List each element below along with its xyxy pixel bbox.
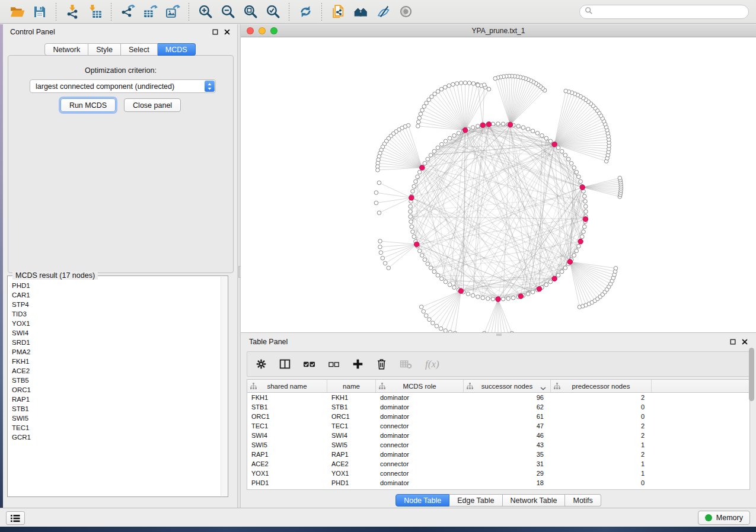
criterion-value: largest connected component (undirected): [36, 82, 174, 91]
cell: ORC1: [247, 413, 327, 420]
table-row[interactable]: ACE2ACE2connector311: [247, 459, 749, 469]
zoom-selected-icon[interactable]: [263, 2, 283, 21]
mcds-list-scrollbar[interactable]: [221, 277, 227, 496]
table-row[interactable]: YOX1YOX1connector291: [247, 469, 749, 478]
mcds-result-item[interactable]: YOX1: [12, 319, 221, 328]
import-network-icon[interactable]: [62, 2, 82, 21]
table-body[interactable]: FKH1FKH1dominator962STB1STB1dominator620…: [247, 393, 749, 488]
mcds-result-item[interactable]: ACE2: [12, 366, 221, 376]
select-all-icon[interactable]: [303, 358, 315, 370]
mcds-result-item[interactable]: SWI5: [12, 414, 221, 423]
column-header-predecessor-nodes[interactable]: predecessor nodes: [551, 380, 652, 392]
cell: YOX1: [327, 470, 376, 477]
hide-edges-icon[interactable]: [373, 2, 393, 21]
table-row[interactable]: SWI4SWI4dominator462: [247, 431, 749, 440]
zoom-fit-icon[interactable]: [240, 2, 260, 21]
zoom-out-icon[interactable]: [218, 2, 238, 21]
show-graphics-icon[interactable]: [395, 2, 416, 21]
network-view[interactable]: [241, 37, 756, 332]
table-scrollbar[interactable]: [749, 348, 754, 437]
mcds-result-item[interactable]: TEC1: [12, 423, 221, 432]
cell: connector: [376, 470, 464, 477]
column-header-MCDS-role[interactable]: MCDS role: [376, 380, 464, 392]
cell: connector: [376, 441, 464, 448]
node-table[interactable]: shared namenameMCDS rolesuccessor nodesp…: [247, 379, 750, 490]
share-document-icon[interactable]: [328, 2, 348, 21]
table-row[interactable]: FKH1FKH1dominator962: [247, 393, 749, 402]
mcds-result-item[interactable]: FKH1: [12, 357, 221, 366]
cell: connector: [376, 422, 464, 430]
search-input[interactable]: [596, 6, 748, 18]
cell: dominator: [376, 451, 464, 458]
tab-edge-table[interactable]: Edge Table: [449, 494, 502, 507]
mcds-result-item[interactable]: GCR1: [12, 432, 221, 442]
mcds-result-item[interactable]: RAP1: [12, 395, 221, 404]
task-history-button[interactable]: [6, 511, 25, 525]
cell: SWI4: [247, 432, 327, 439]
export-image-icon[interactable]: [162, 2, 183, 21]
export-network-icon[interactable]: [117, 2, 138, 21]
tab-style[interactable]: Style: [88, 43, 121, 56]
mcds-result-item[interactable]: PHD1: [12, 281, 221, 290]
tab-network-table[interactable]: Network Table: [503, 494, 566, 507]
close-table-panel-button[interactable]: [742, 339, 748, 345]
mcds-result-item[interactable]: STB1: [12, 404, 221, 414]
table-toolbar: f(x): [247, 351, 750, 377]
mcds-result-item[interactable]: PMA2: [12, 347, 221, 357]
table-row[interactable]: SWI5SWI5connector431: [247, 440, 749, 450]
mcds-result-item[interactable]: TID3: [12, 309, 221, 319]
tab-select[interactable]: Select: [121, 43, 158, 56]
zoom-in-icon[interactable]: [195, 2, 215, 21]
column-header-successor-nodes[interactable]: successor nodes: [464, 380, 551, 392]
cell: STB1: [247, 403, 327, 411]
table-scrollbar-thumb[interactable]: [749, 348, 754, 401]
mcds-result-item[interactable]: STB5: [12, 376, 221, 385]
cell: PHD1: [327, 479, 376, 486]
split-panel-icon[interactable]: [279, 358, 291, 370]
search-objects-icon[interactable]: [350, 2, 371, 21]
mcds-result-item[interactable]: CAR1: [12, 290, 221, 300]
table-row[interactable]: ORC1ORC1dominator610: [247, 412, 749, 421]
import-table-icon[interactable]: [85, 2, 105, 21]
table-row[interactable]: RAP1RAP1dominator352: [247, 450, 749, 459]
run-mcds-button[interactable]: Run MCDS: [60, 98, 116, 112]
cell: connector: [376, 460, 464, 467]
status-bar: Memory: [0, 508, 756, 527]
toolbar-divider: [321, 3, 322, 21]
column-header-shared-name[interactable]: shared name: [247, 380, 327, 392]
float-table-panel-button[interactable]: [730, 339, 736, 345]
tab-node-table[interactable]: Node Table: [395, 494, 449, 507]
close-panel-button[interactable]: [224, 29, 230, 35]
float-panel-button[interactable]: [212, 29, 218, 35]
mcds-result-item[interactable]: ORC1: [12, 385, 221, 395]
table-row[interactable]: STB1STB1dominator620: [247, 402, 749, 412]
mcds-result-item[interactable]: STP4: [12, 300, 221, 309]
tab-mcds[interactable]: MCDS: [158, 43, 196, 56]
open-icon[interactable]: [7, 2, 27, 21]
deselect-all-icon[interactable]: [328, 359, 340, 370]
mcds-result-list[interactable]: PHD1CAR1STP4TID3YOX1SWI4SRD1PMA2FKH1ACE2…: [8, 277, 221, 495]
network-graph[interactable]: [241, 37, 756, 332]
refresh-icon[interactable]: [295, 2, 315, 21]
gear-icon[interactable]: [256, 358, 267, 370]
table-row[interactable]: TEC1TEC1connector472: [247, 421, 749, 431]
tab-motifs[interactable]: Motifs: [565, 494, 601, 507]
mcds-result-item[interactable]: SWI4: [12, 328, 221, 338]
cell: dominator: [376, 479, 464, 486]
column-header-name[interactable]: name: [327, 380, 376, 392]
delete-column-icon[interactable]: [376, 358, 387, 370]
criterion-dropdown[interactable]: largest connected component (undirected): [30, 79, 216, 93]
close-panel-button-2[interactable]: Close panel: [124, 98, 181, 112]
save-icon[interactable]: [30, 2, 50, 21]
tab-network[interactable]: Network: [44, 43, 88, 56]
search-box[interactable]: [579, 5, 749, 19]
network-window-titlebar[interactable]: YPA_prune.txt_1: [241, 24, 756, 37]
sort-chevron-icon[interactable]: [540, 384, 546, 392]
export-table-icon[interactable]: [140, 2, 160, 21]
mcds-result-item[interactable]: SRD1: [12, 338, 221, 347]
table-header-row[interactable]: shared namenameMCDS rolesuccessor nodesp…: [247, 380, 749, 393]
toolbar-divider: [111, 3, 111, 21]
add-column-icon[interactable]: [352, 358, 363, 370]
memory-button[interactable]: Memory: [698, 511, 750, 525]
table-row[interactable]: PHD1PHD1dominator180: [247, 478, 749, 488]
